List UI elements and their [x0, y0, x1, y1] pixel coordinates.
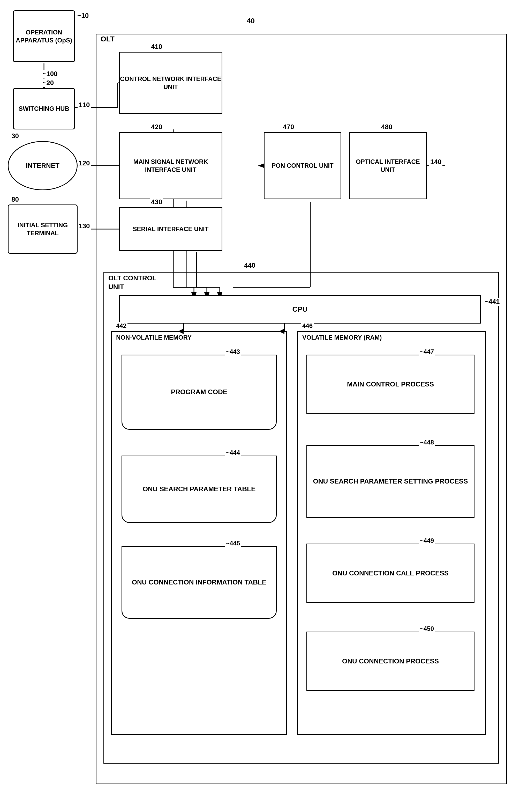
- initial-setting-ref: 80: [10, 195, 20, 203]
- initial-setting-box: INITIAL SETTING TERMINAL: [8, 204, 78, 254]
- cpu-box: CPU: [119, 295, 481, 324]
- main-control-process-box: MAIN CONTROL PROCESS: [306, 354, 474, 414]
- onu-conn-call-box: ONU CONNECTION CALL PROCESS: [306, 544, 474, 603]
- optical-interface-box: OPTICAL INTERFACE UNIT: [349, 132, 427, 199]
- pon-control-ref: 470: [282, 123, 295, 131]
- main-signal-ref: 420: [150, 123, 163, 131]
- onu-search-param-setting-box: ONU SEARCH PARAMETER SETTING PROCESS: [306, 445, 474, 518]
- onu-conn-info-table-label: ONU CONNECTION INFORMATION TABLE: [132, 578, 266, 587]
- onu-conn-process-label: ONU CONNECTION PROCESS: [342, 657, 439, 666]
- onu-conn-process-ref: ~450: [419, 625, 435, 632]
- program-code-box: PROGRAM CODE: [122, 354, 277, 430]
- ops-ref: ~10: [76, 11, 90, 20]
- internet-box: INTERNET: [8, 141, 78, 190]
- serial-interface-ref: 430: [150, 198, 163, 206]
- onu-conn-info-table-box: ONU CONNECTION INFORMATION TABLE: [122, 546, 277, 619]
- ref-120: 120: [78, 159, 91, 167]
- olt-control-label: OLT CONTROLUNIT: [107, 274, 157, 292]
- pon-control-label: PON CONTROL UNIT: [271, 162, 334, 170]
- serial-interface-box: SERIAL INTERFACE UNIT: [119, 207, 223, 251]
- ops-label: OPERATION APPARATUS (OpS): [14, 28, 74, 44]
- onu-conn-call-ref: ~449: [419, 537, 435, 544]
- onu-search-param-setting-ref: ~448: [419, 439, 435, 446]
- ref-140: 140: [429, 158, 442, 166]
- olt-label: OLT: [100, 35, 115, 43]
- program-code-ref: ~443: [225, 348, 241, 355]
- initial-setting-label: INITIAL SETTING TERMINAL: [8, 221, 77, 237]
- internet-label: INTERNET: [26, 162, 59, 170]
- ref-100: ~100: [42, 70, 59, 78]
- switching-hub-label: SWITCHING HUB: [19, 104, 69, 113]
- cpu-ref: ~441: [484, 298, 501, 306]
- pon-control-box: PON CONTROL UNIT: [264, 132, 341, 199]
- optical-interface-ref: 480: [380, 123, 393, 131]
- onu-conn-call-label: ONU CONNECTION CALL PROCESS: [332, 569, 449, 578]
- olt-ref: 40: [245, 17, 256, 25]
- nonvolatile-ref: 442: [115, 322, 128, 329]
- onu-conn-info-table-ref: ~445: [225, 540, 241, 547]
- main-signal-label: MAIN SIGNAL NETWORK INTERFACE UNIT: [120, 158, 222, 174]
- onu-conn-process-box: ONU CONNECTION PROCESS: [306, 632, 474, 691]
- control-network-ref: 410: [150, 43, 163, 51]
- onu-search-param-table-label: ONU SEARCH PARAMETER TABLE: [143, 485, 256, 494]
- volatile-label: VOLATILE MEMORY (RAM): [301, 334, 383, 341]
- cpu-label: CPU: [292, 305, 308, 314]
- onu-search-param-table-box: ONU SEARCH PARAMETER TABLE: [122, 456, 277, 523]
- serial-interface-label: SERIAL INTERFACE UNIT: [133, 225, 209, 233]
- main-signal-box: MAIN SIGNAL NETWORK INTERFACE UNIT: [119, 132, 223, 199]
- ref-130: 130: [78, 222, 91, 230]
- main-control-process-ref: ~447: [419, 348, 435, 355]
- nonvolatile-label: NON-VOLATILE MEMORY: [115, 334, 193, 341]
- volatile-ref: 446: [301, 322, 314, 329]
- control-network-box: CONTROL NETWORK INTERFACE UNIT: [119, 52, 223, 114]
- onu-search-param-setting-label: ONU SEARCH PARAMETER SETTING PROCESS: [313, 477, 468, 486]
- internet-ref: 30: [10, 132, 20, 140]
- olt-control-ref: 440: [243, 262, 256, 269]
- control-network-label: CONTROL NETWORK INTERFACE UNIT: [120, 75, 222, 91]
- main-control-process-label: MAIN CONTROL PROCESS: [347, 380, 434, 389]
- diagram: OPERATION APPARATUS (OpS) ~10 SWITCHING …: [0, 0, 520, 812]
- switching-hub-box: SWITCHING HUB: [13, 88, 75, 129]
- ref-110: 110: [78, 101, 91, 109]
- ops-box: OPERATION APPARATUS (OpS): [13, 10, 75, 62]
- switching-hub-ref-20: ~20: [42, 79, 55, 87]
- program-code-label: PROGRAM CODE: [171, 388, 227, 397]
- optical-interface-label: OPTICAL INTERFACE UNIT: [350, 158, 426, 174]
- onu-search-param-table-ref: ~444: [225, 449, 241, 456]
